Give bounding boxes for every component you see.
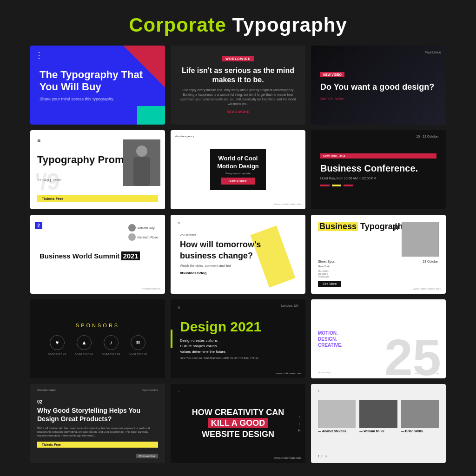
card5-subtitle: Every month update <box>217 172 259 175</box>
agency-tag: #motionagency <box>175 135 194 138</box>
sponsor1-name: COMPANY 01 <box>48 352 66 355</box>
person3-name: — Brian Willis <box>401 430 439 433</box>
social-f-icon: f <box>318 454 319 458</box>
card-typography-promo[interactable]: ≡ '/9 Typography Promo 22 Sep | 12:00 Ti… <box>30 130 165 209</box>
title-typography: Typography <box>226 14 347 36</box>
card13-tag-right: Kyiv, Ukraine <box>142 389 158 391</box>
card-sponsors[interactable]: SPONSORS ♥ COMPANY 01 ▲ COMPANY 02 ♪ COM… <box>30 299 165 378</box>
triangle-teal-decoration <box>137 106 165 125</box>
new-video-badge: NEW VIDEO <box>320 72 344 77</box>
card6-location: New York, USA <box>320 153 436 159</box>
card9-highlight: Business <box>318 222 358 231</box>
card5-cta[interactable]: SUBSCRIBE <box>221 178 255 185</box>
card5-website: www.motionnam.com <box>274 203 301 205</box>
card-interview-people[interactable]: i — Anabel Stevens — William Miller — Br… <box>311 384 446 463</box>
card14-social: f t ▶ <box>298 415 301 432</box>
card6-body: Hotel Rua, from 10:00 AM to 02:00 PM <box>320 177 436 180</box>
card13-title: Why Good Storytelling Helps You Design G… <box>37 406 158 423</box>
person2-photo <box>359 400 397 428</box>
card9-event-date: 23 October <box>423 260 439 263</box>
card9-cta[interactable]: See More <box>318 281 341 287</box>
card1-subtitle: Share your mind across this typography. <box>40 97 156 101</box>
card-typography-buy[interactable]: ⋮ The Typography That You Will Buy Share… <box>30 46 165 125</box>
sponsor4-icon: ≋ <box>131 335 145 350</box>
watermark: #worldwide <box>425 51 441 54</box>
card8-date: 25 October <box>180 233 296 237</box>
sponsor1-icon: ♥ <box>50 335 65 350</box>
person3-photo <box>401 400 439 428</box>
svg-point-0 <box>136 145 147 157</box>
card2-body: Just enjoy every minute of it. Why worry… <box>180 88 296 106</box>
card-grid: ⋮ The Typography That You Will Buy Share… <box>21 46 455 463</box>
sponsor-3: ♪ COMPANY 03 <box>102 335 120 355</box>
card8-hashtag: #BusinessVlog <box>180 271 296 275</box>
card10-title: SPONSORS <box>76 323 119 328</box>
sponsor3-icon: ♪ <box>104 335 119 350</box>
person1-name: — Anabel Stevens <box>318 430 356 433</box>
title-corporate: Corporate <box>129 14 226 36</box>
card8-body: Watch the video, comment and find <box>180 264 296 267</box>
card11-title: Design 2021 <box>180 319 296 334</box>
card-design-2021[interactable]: ≡ London, UK Design 2021 Design creates … <box>171 299 305 378</box>
person2-name: — William Miller <box>359 430 397 433</box>
speaker1-name: William Ray <box>138 226 155 230</box>
card11-body: Design creates culture. Culture shapes v… <box>180 338 296 355</box>
sponsor2-icon: ▲ <box>77 335 92 350</box>
card11-website: www.motionem.com <box>276 372 301 375</box>
motion-box: World of Cool Motion Design Every month … <box>210 149 266 191</box>
card9-website: www.mater-space.com <box>413 287 441 290</box>
card12-hashtag: #creativity <box>318 371 331 374</box>
card13-tags: #motionmarket Kyiv, Ukraine <box>37 389 158 391</box>
card9-sublocation: New York <box>318 265 439 268</box>
sponsor-2: ▲ COMPANY 02 <box>75 335 93 355</box>
card13-cta[interactable]: Tickets Free <box>37 442 158 448</box>
card13-tag-left: #motionmarket <box>37 389 56 391</box>
sponsor3-name: COMPANY 03 <box>102 352 120 355</box>
card-business-typography-pack[interactable]: Business Typography Pack // Street Sport… <box>311 215 446 294</box>
card-life-quote[interactable]: WORLDWIDE Life isn't as serious as the m… <box>171 46 305 125</box>
person-image <box>123 139 160 186</box>
card-business-world-summit[interactable]: 2 Business World Summit 2021 William Ray… <box>30 215 165 294</box>
card-motion-25[interactable]: MOTION. DESIGN. CREATIVE. 25 #creativity… <box>311 299 446 378</box>
card9-photo <box>402 222 439 257</box>
card4-cta[interactable]: Tickets Free <box>37 195 158 202</box>
card12-labels: MOTION. DESIGN. CREATIVE. <box>318 330 439 348</box>
card11-location: London, UK <box>281 304 298 307</box>
card-how-tomorrow[interactable]: ≡ 25 October How will tomorrow's busines… <box>171 215 305 294</box>
speaker2-name: Kenneth Rose <box>138 236 158 239</box>
card6-dates: 10 - 12 October <box>416 135 439 138</box>
card5-title: World of Cool Motion Design <box>217 155 259 171</box>
card3-cta[interactable]: WATCH NOW <box>320 97 436 101</box>
sponsor2-name: COMPANY 02 <box>75 352 93 355</box>
card7-num: 2 <box>35 222 42 229</box>
info-icon: i <box>318 389 319 393</box>
social-o-icon: ○ <box>324 454 327 458</box>
card6-title: Business Conference. <box>320 163 436 174</box>
hamburger-icon: ≡ <box>178 305 180 310</box>
card-good-design[interactable]: #worldwide NEW VIDEO Do You want a good … <box>311 46 446 125</box>
card12-social: #creativity <box>318 371 331 374</box>
card3-title: Do You want a good design? <box>320 82 436 93</box>
card7-hashtag: #motionmarket <box>142 287 160 290</box>
hamburger-icon: ≡ <box>178 220 180 225</box>
card13-num: 02 <box>37 399 158 404</box>
card2-cta[interactable]: READ MORE <box>227 110 250 114</box>
card7-title: Business World Summit 2021 <box>40 251 158 261</box>
person-3: — Brian Willis <box>401 400 439 433</box>
card1-title: The Typography That You Will Buy <box>40 69 156 93</box>
card9-details: Duration Detailed Package <box>318 270 439 278</box>
card-storytelling[interactable]: #motionmarket Kyiv, Ukraine 02 Why Good … <box>30 384 165 463</box>
person-1: — Anabel Stevens <box>318 400 356 433</box>
card15-social: f t ○ <box>318 454 327 458</box>
sponsor-1: ♥ COMPANY 01 <box>48 335 66 355</box>
hamburger-icon: ≡ <box>178 390 180 395</box>
card13-body: We're all familiar with the importance o… <box>37 426 158 438</box>
card8-title: How will tomorrow's business change? <box>180 239 296 261</box>
card14-title: HOW CREATIVITY CAN KILL A GOOD WEBSITE D… <box>192 407 284 440</box>
page-title: Corporate Typography <box>129 14 347 36</box>
social-t-icon: t <box>321 454 322 458</box>
card-world-cool-motion[interactable]: #motionagency World of Cool Motion Desig… <box>171 130 305 209</box>
card-business-conference[interactable]: 10 - 12 October New York, USA Business C… <box>311 130 446 209</box>
card-creativity-kill[interactable]: ≡ HOW CREATIVITY CAN KILL A GOOD WEBSITE… <box>171 384 305 463</box>
card2-title: Life isn't as serious as the mind makes … <box>180 66 296 86</box>
